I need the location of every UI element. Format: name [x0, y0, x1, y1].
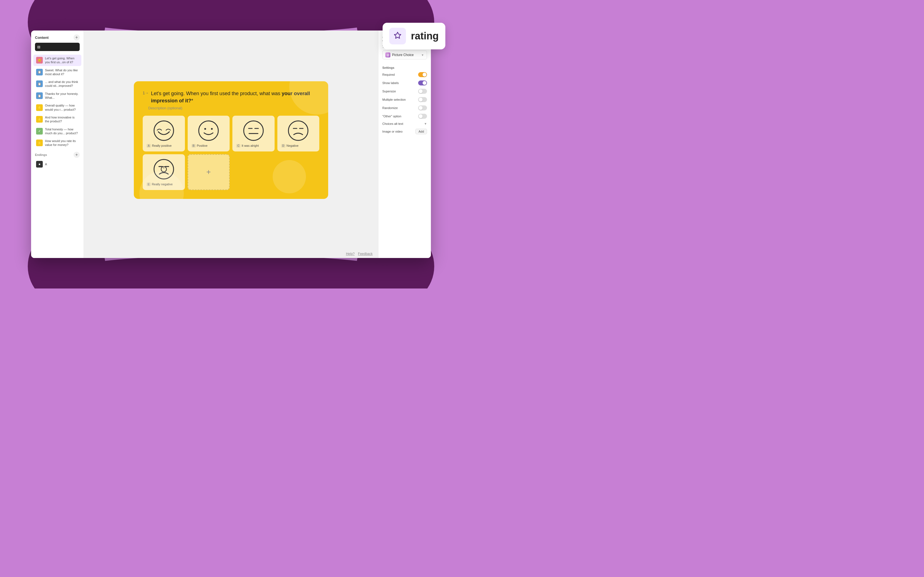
- help-link[interactable]: Help?: [346, 252, 355, 256]
- sidebar-item-6[interactable]: ⭐ And how innovative is the product?: [33, 114, 81, 125]
- choice-label-row-b: B Positive: [192, 144, 226, 148]
- toggle-knob-multiple-selection: [419, 98, 423, 102]
- endings-section: Endings +: [31, 149, 84, 159]
- survey-card: 1→ Let's get going. When you first used …: [134, 81, 328, 198]
- endings-add-button[interactable]: +: [74, 152, 80, 158]
- setting-label-required: Required: [382, 73, 395, 76]
- content-add-button[interactable]: +: [74, 34, 80, 40]
- face-negative: [287, 119, 309, 142]
- question-text: Let's get going. When you first used the…: [151, 90, 319, 104]
- star-icon: [389, 28, 406, 44]
- badge-5: ⭐: [36, 104, 43, 111]
- toggle-supersize[interactable]: [418, 89, 427, 94]
- choice-name-d: Negative: [286, 144, 299, 147]
- setting-multiple-selection: Multiple selection: [382, 97, 427, 102]
- choice-positive[interactable]: B Positive: [188, 116, 230, 152]
- toggle-knob-show-labels: [423, 81, 426, 85]
- sidebar-ending-a[interactable]: ■ A: [33, 159, 81, 169]
- bg-connector-top: [64, 0, 398, 33]
- item-text-3: ... and what do you think could sti...im…: [45, 80, 79, 88]
- type-selector[interactable]: 🖼 Picture Choice ▼: [382, 50, 427, 60]
- badge-6: ⭐: [36, 116, 43, 122]
- choice-really-negative[interactable]: E Really negative: [143, 154, 185, 190]
- face-really-positive: [153, 119, 175, 142]
- svg-point-4: [244, 121, 263, 140]
- choice-really-positive[interactable]: A Really positive: [143, 116, 185, 152]
- choice-alright[interactable]: C It was alright: [233, 116, 275, 152]
- setting-randomize: Randomize: [382, 105, 427, 110]
- svg-point-1: [199, 121, 218, 140]
- endings-title: Endings: [35, 153, 47, 156]
- item-text-7: Total honesty — how much do you... produ…: [45, 127, 79, 135]
- setting-label-randomize: Randomize: [382, 106, 398, 110]
- svg-point-11: [154, 159, 173, 179]
- setting-supersize: Supersize: [382, 89, 427, 94]
- setting-label-show-labels: Show labels: [382, 81, 399, 85]
- face-really-negative: [153, 158, 175, 180]
- svg-point-8: [289, 121, 308, 140]
- main-canvas: 1→ Let's get going. When you first used …: [84, 31, 378, 258]
- choices-alt-text-row[interactable]: Choices alt text ▼: [382, 122, 427, 126]
- description-placeholder[interactable]: Description (optional): [148, 106, 319, 110]
- svg-point-0: [154, 121, 173, 140]
- add-choice-button[interactable]: +: [188, 154, 230, 190]
- sidebar-item-1[interactable]: 😊 Let's get going. When you first us...o…: [33, 55, 81, 66]
- right-panel: Question Type 🖼 Picture Choice ▼ Setting…: [378, 31, 431, 258]
- sidebar-item-3[interactable]: 📋 ... and what do you think could sti...…: [33, 78, 81, 90]
- toggle-randomize[interactable]: [418, 105, 427, 110]
- sidebar-item-2[interactable]: 📋 Sweet. What do you like most about it?: [33, 66, 81, 78]
- canvas-area: 1→ Let's get going. When you first used …: [84, 31, 378, 250]
- toggle-multiple-selection[interactable]: [418, 97, 427, 102]
- choice-name-e: Really negative: [152, 182, 173, 186]
- toggle-required[interactable]: [418, 72, 427, 77]
- face-alright: [242, 119, 265, 142]
- feedback-link[interactable]: Feedback: [358, 252, 373, 256]
- badge-4: 📋: [36, 92, 43, 99]
- sidebar-title: Content: [35, 35, 48, 40]
- empty-slot-1: [233, 154, 275, 190]
- badge-8: ⭐: [36, 140, 43, 146]
- ending-text: A: [45, 162, 47, 166]
- sidebar-item-5[interactable]: ⭐ Overall quality — how would you r... p…: [33, 102, 81, 113]
- setting-label-other-option: "Other" option: [382, 114, 401, 118]
- choice-name-c: It was alright: [242, 144, 259, 147]
- choice-negative[interactable]: D Negative: [277, 116, 320, 152]
- choice-label-row-c: C It was alright: [236, 144, 271, 148]
- ending-badge: ■: [36, 161, 43, 168]
- choice-label-row-a: A Really positive: [147, 144, 181, 148]
- empty-slot-2: [277, 154, 320, 190]
- toggle-knob-randomize: [419, 106, 423, 110]
- setting-required: Required: [382, 72, 427, 77]
- item-text-4: Thanks for your honesty. What...: [45, 92, 79, 100]
- preview-icon: ▤: [37, 45, 40, 49]
- choice-name-b: Positive: [197, 144, 208, 147]
- setting-show-labels: Show labels: [382, 81, 427, 85]
- type-label: Picture Choice: [392, 53, 420, 57]
- setting-label-supersize: Supersize: [382, 90, 396, 93]
- choice-letter-c: C: [236, 144, 241, 148]
- toggle-knob-supersize: [419, 89, 423, 93]
- choice-letter-d: D: [281, 144, 286, 148]
- choices-grid-row1: A Really positive: [143, 116, 319, 152]
- settings-title: Settings: [382, 66, 427, 69]
- item-text-2: Sweet. What do you like most about it?: [45, 68, 79, 76]
- svg-point-3: [211, 128, 213, 129]
- sidebar-item-8[interactable]: ⭐ How would you rate its value for money…: [33, 137, 81, 149]
- choice-letter-b: B: [192, 144, 196, 148]
- bg-connector-bottom: [64, 255, 398, 288]
- toggle-show-labels[interactable]: [418, 81, 427, 85]
- rating-label: rating: [411, 30, 439, 42]
- question-header: 1→ Let's get going. When you first used …: [143, 90, 319, 104]
- item-text-1: Let's get going. When you first us...on …: [45, 56, 79, 64]
- editor-window: Content + ▤ 😊 Let's get going. When you …: [31, 31, 431, 258]
- toggle-other-option[interactable]: [418, 114, 427, 119]
- badge-7: ✓: [36, 128, 43, 135]
- sidebar-item-4[interactable]: 📋 Thanks for your honesty. What...: [33, 90, 81, 102]
- sidebar-item-7[interactable]: ✓ Total honesty — how much do you... pro…: [33, 126, 81, 137]
- choice-label-row-d: D Negative: [281, 144, 316, 148]
- add-image-button[interactable]: Add: [415, 129, 427, 134]
- preview-thumbnail: ▤: [35, 43, 80, 51]
- toggle-knob-required: [423, 73, 426, 77]
- badge-3: 📋: [36, 81, 43, 87]
- choice-letter-e: E: [147, 182, 151, 186]
